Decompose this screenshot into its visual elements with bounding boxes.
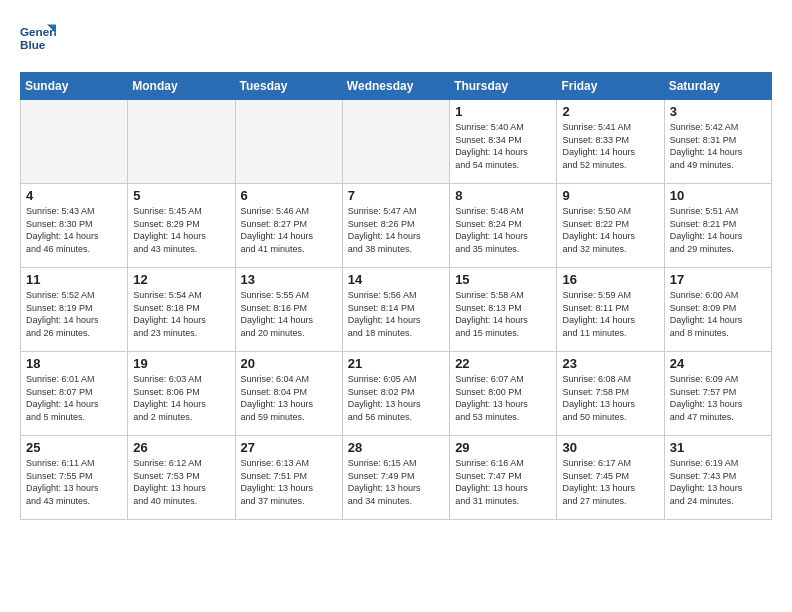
week-row-2: 4Sunrise: 5:43 AM Sunset: 8:30 PM Daylig…	[21, 184, 772, 268]
day-number: 1	[455, 104, 551, 119]
day-number: 11	[26, 272, 122, 287]
calendar-cell: 30Sunrise: 6:17 AM Sunset: 7:45 PM Dayli…	[557, 436, 664, 520]
day-detail: Sunrise: 6:09 AM Sunset: 7:57 PM Dayligh…	[670, 373, 766, 423]
calendar-cell: 20Sunrise: 6:04 AM Sunset: 8:04 PM Dayli…	[235, 352, 342, 436]
calendar-cell: 6Sunrise: 5:46 AM Sunset: 8:27 PM Daylig…	[235, 184, 342, 268]
calendar-table: SundayMondayTuesdayWednesdayThursdayFrid…	[20, 72, 772, 520]
calendar-cell: 8Sunrise: 5:48 AM Sunset: 8:24 PM Daylig…	[450, 184, 557, 268]
calendar-cell: 23Sunrise: 6:08 AM Sunset: 7:58 PM Dayli…	[557, 352, 664, 436]
day-number: 15	[455, 272, 551, 287]
day-detail: Sunrise: 5:41 AM Sunset: 8:33 PM Dayligh…	[562, 121, 658, 171]
day-detail: Sunrise: 6:19 AM Sunset: 7:43 PM Dayligh…	[670, 457, 766, 507]
day-number: 4	[26, 188, 122, 203]
svg-text:Blue: Blue	[20, 38, 46, 51]
day-number: 22	[455, 356, 551, 371]
day-number: 19	[133, 356, 229, 371]
page-header: General Blue	[20, 20, 772, 56]
day-number: 21	[348, 356, 444, 371]
calendar-cell: 11Sunrise: 5:52 AM Sunset: 8:19 PM Dayli…	[21, 268, 128, 352]
calendar-cell: 12Sunrise: 5:54 AM Sunset: 8:18 PM Dayli…	[128, 268, 235, 352]
calendar-cell: 2Sunrise: 5:41 AM Sunset: 8:33 PM Daylig…	[557, 100, 664, 184]
calendar-cell: 16Sunrise: 5:59 AM Sunset: 8:11 PM Dayli…	[557, 268, 664, 352]
day-number: 13	[241, 272, 337, 287]
day-number: 27	[241, 440, 337, 455]
day-detail: Sunrise: 5:59 AM Sunset: 8:11 PM Dayligh…	[562, 289, 658, 339]
day-detail: Sunrise: 6:05 AM Sunset: 8:02 PM Dayligh…	[348, 373, 444, 423]
day-number: 31	[670, 440, 766, 455]
day-detail: Sunrise: 6:04 AM Sunset: 8:04 PM Dayligh…	[241, 373, 337, 423]
day-number: 14	[348, 272, 444, 287]
day-detail: Sunrise: 6:00 AM Sunset: 8:09 PM Dayligh…	[670, 289, 766, 339]
day-detail: Sunrise: 6:17 AM Sunset: 7:45 PM Dayligh…	[562, 457, 658, 507]
day-detail: Sunrise: 5:46 AM Sunset: 8:27 PM Dayligh…	[241, 205, 337, 255]
calendar-cell: 18Sunrise: 6:01 AM Sunset: 8:07 PM Dayli…	[21, 352, 128, 436]
calendar-cell: 24Sunrise: 6:09 AM Sunset: 7:57 PM Dayli…	[664, 352, 771, 436]
day-number: 28	[348, 440, 444, 455]
day-number: 16	[562, 272, 658, 287]
calendar-header-row: SundayMondayTuesdayWednesdayThursdayFrid…	[21, 73, 772, 100]
day-number: 12	[133, 272, 229, 287]
day-detail: Sunrise: 5:55 AM Sunset: 8:16 PM Dayligh…	[241, 289, 337, 339]
calendar-cell: 29Sunrise: 6:16 AM Sunset: 7:47 PM Dayli…	[450, 436, 557, 520]
day-header-monday: Monday	[128, 73, 235, 100]
day-number: 7	[348, 188, 444, 203]
week-row-1: 1Sunrise: 5:40 AM Sunset: 8:34 PM Daylig…	[21, 100, 772, 184]
calendar-cell: 14Sunrise: 5:56 AM Sunset: 8:14 PM Dayli…	[342, 268, 449, 352]
day-detail: Sunrise: 5:47 AM Sunset: 8:26 PM Dayligh…	[348, 205, 444, 255]
day-number: 2	[562, 104, 658, 119]
day-number: 23	[562, 356, 658, 371]
day-number: 30	[562, 440, 658, 455]
day-detail: Sunrise: 6:08 AM Sunset: 7:58 PM Dayligh…	[562, 373, 658, 423]
calendar-cell: 15Sunrise: 5:58 AM Sunset: 8:13 PM Dayli…	[450, 268, 557, 352]
day-number: 25	[26, 440, 122, 455]
calendar-cell: 26Sunrise: 6:12 AM Sunset: 7:53 PM Dayli…	[128, 436, 235, 520]
day-detail: Sunrise: 5:40 AM Sunset: 8:34 PM Dayligh…	[455, 121, 551, 171]
day-number: 29	[455, 440, 551, 455]
calendar-cell: 10Sunrise: 5:51 AM Sunset: 8:21 PM Dayli…	[664, 184, 771, 268]
calendar-cell: 31Sunrise: 6:19 AM Sunset: 7:43 PM Dayli…	[664, 436, 771, 520]
logo: General Blue	[20, 20, 56, 56]
day-detail: Sunrise: 6:01 AM Sunset: 8:07 PM Dayligh…	[26, 373, 122, 423]
day-number: 18	[26, 356, 122, 371]
week-row-3: 11Sunrise: 5:52 AM Sunset: 8:19 PM Dayli…	[21, 268, 772, 352]
day-detail: Sunrise: 5:51 AM Sunset: 8:21 PM Dayligh…	[670, 205, 766, 255]
day-detail: Sunrise: 5:58 AM Sunset: 8:13 PM Dayligh…	[455, 289, 551, 339]
day-header-friday: Friday	[557, 73, 664, 100]
day-detail: Sunrise: 5:54 AM Sunset: 8:18 PM Dayligh…	[133, 289, 229, 339]
day-header-saturday: Saturday	[664, 73, 771, 100]
calendar-cell	[342, 100, 449, 184]
day-number: 20	[241, 356, 337, 371]
day-detail: Sunrise: 6:15 AM Sunset: 7:49 PM Dayligh…	[348, 457, 444, 507]
day-detail: Sunrise: 6:03 AM Sunset: 8:06 PM Dayligh…	[133, 373, 229, 423]
day-number: 8	[455, 188, 551, 203]
calendar-cell	[235, 100, 342, 184]
day-detail: Sunrise: 5:52 AM Sunset: 8:19 PM Dayligh…	[26, 289, 122, 339]
calendar-cell: 22Sunrise: 6:07 AM Sunset: 8:00 PM Dayli…	[450, 352, 557, 436]
day-detail: Sunrise: 5:50 AM Sunset: 8:22 PM Dayligh…	[562, 205, 658, 255]
week-row-5: 25Sunrise: 6:11 AM Sunset: 7:55 PM Dayli…	[21, 436, 772, 520]
day-detail: Sunrise: 6:07 AM Sunset: 8:00 PM Dayligh…	[455, 373, 551, 423]
calendar-cell: 21Sunrise: 6:05 AM Sunset: 8:02 PM Dayli…	[342, 352, 449, 436]
day-header-sunday: Sunday	[21, 73, 128, 100]
day-header-wednesday: Wednesday	[342, 73, 449, 100]
day-number: 3	[670, 104, 766, 119]
calendar-cell: 13Sunrise: 5:55 AM Sunset: 8:16 PM Dayli…	[235, 268, 342, 352]
calendar-cell: 27Sunrise: 6:13 AM Sunset: 7:51 PM Dayli…	[235, 436, 342, 520]
day-detail: Sunrise: 5:56 AM Sunset: 8:14 PM Dayligh…	[348, 289, 444, 339]
logo-icon: General Blue	[20, 20, 56, 56]
day-detail: Sunrise: 5:42 AM Sunset: 8:31 PM Dayligh…	[670, 121, 766, 171]
calendar-cell: 28Sunrise: 6:15 AM Sunset: 7:49 PM Dayli…	[342, 436, 449, 520]
calendar-cell: 17Sunrise: 6:00 AM Sunset: 8:09 PM Dayli…	[664, 268, 771, 352]
day-number: 5	[133, 188, 229, 203]
day-number: 10	[670, 188, 766, 203]
day-detail: Sunrise: 6:12 AM Sunset: 7:53 PM Dayligh…	[133, 457, 229, 507]
calendar-cell	[21, 100, 128, 184]
calendar-cell	[128, 100, 235, 184]
day-detail: Sunrise: 5:48 AM Sunset: 8:24 PM Dayligh…	[455, 205, 551, 255]
calendar-cell: 1Sunrise: 5:40 AM Sunset: 8:34 PM Daylig…	[450, 100, 557, 184]
calendar-cell: 4Sunrise: 5:43 AM Sunset: 8:30 PM Daylig…	[21, 184, 128, 268]
day-header-thursday: Thursday	[450, 73, 557, 100]
calendar-cell: 9Sunrise: 5:50 AM Sunset: 8:22 PM Daylig…	[557, 184, 664, 268]
day-detail: Sunrise: 5:45 AM Sunset: 8:29 PM Dayligh…	[133, 205, 229, 255]
day-number: 17	[670, 272, 766, 287]
